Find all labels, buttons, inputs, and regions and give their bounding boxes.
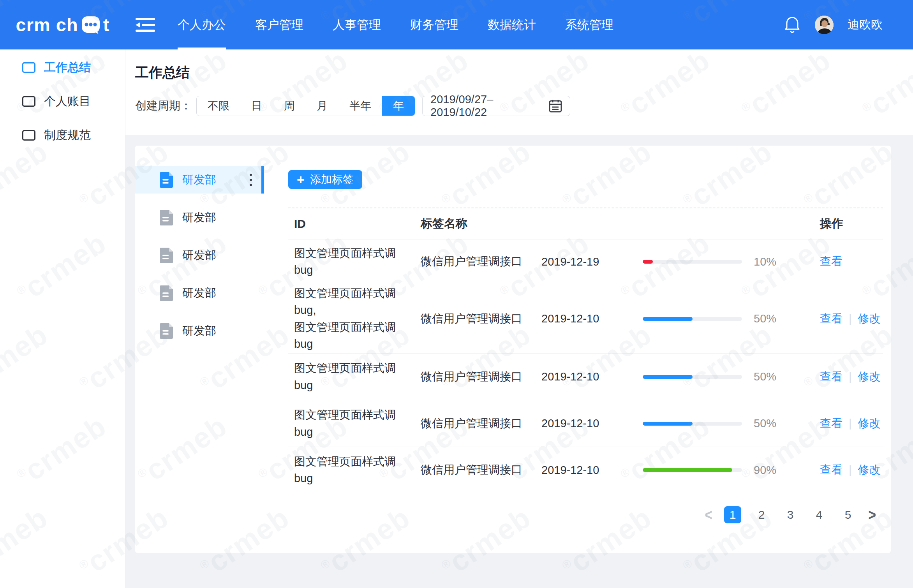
sidebar-item-icon: [22, 96, 35, 107]
department-item[interactable]: 研发部: [135, 166, 264, 194]
row-id: 图文管理页面样式调bug: [288, 245, 413, 279]
row-id: 图文管理页面样式调bug, 图文管理页面样式调bug: [288, 285, 413, 353]
nav-item[interactable]: 人事管理: [333, 0, 381, 49]
period-option[interactable]: 日: [240, 96, 273, 116]
row-date: 2019-12-10: [530, 312, 629, 325]
row-actions: 查看|修改: [779, 369, 883, 385]
prev-page-icon[interactable]: <: [705, 506, 712, 524]
document-icon: [160, 248, 173, 263]
table-body: 图文管理页面样式调bug微信用户管理调接口2019-12-1910%查看图文管理…: [288, 239, 883, 493]
period-segmented-control: 不限日周月半年年: [196, 96, 415, 116]
department-item[interactable]: 研发部: [135, 317, 264, 345]
row-actions: 查看: [779, 254, 883, 269]
department-item[interactable]: 研发部: [135, 204, 264, 231]
next-page-icon[interactable]: >: [868, 506, 876, 524]
department-item[interactable]: 研发部: [135, 280, 264, 307]
row-progress: [629, 317, 742, 321]
filter-label: 创建周期：: [135, 98, 192, 114]
sidebar-item-icon: [22, 62, 35, 73]
nav-item[interactable]: 财务管理: [410, 0, 458, 49]
page-number[interactable]: 2: [753, 506, 770, 523]
main-area: 工作总结 创建周期： 不限日周月半年年 2019/09/27–2019/10/2…: [125, 49, 913, 588]
row-progress: [629, 260, 742, 264]
action-link[interactable]: 修改: [858, 416, 881, 431]
nav-item[interactable]: 数据统计: [488, 0, 536, 49]
date-range-picker[interactable]: 2019/09/27–2019/10/22: [422, 96, 570, 116]
user-avatar[interactable]: [815, 16, 834, 34]
add-tag-label: 添加标签: [310, 172, 354, 187]
period-option[interactable]: 半年: [338, 96, 382, 116]
document-icon: [160, 210, 173, 225]
pagination: <12345>: [288, 506, 883, 523]
period-option[interactable]: 月: [306, 96, 338, 116]
sidebar-item[interactable]: 工作总结: [0, 56, 125, 79]
row-tag-name: 微信用户管理调接口: [413, 311, 530, 327]
table-row: 图文管理页面样式调bug微信用户管理调接口2019-12-1050%查看|修改: [288, 354, 883, 400]
page-number[interactable]: 4: [811, 506, 828, 523]
action-link[interactable]: 修改: [858, 462, 881, 478]
department-label: 研发部: [182, 210, 216, 225]
column-header-id: ID: [288, 217, 413, 231]
username[interactable]: 迪欧欧: [848, 17, 883, 33]
action-link[interactable]: 修改: [858, 311, 881, 327]
action-link[interactable]: 查看: [820, 416, 842, 431]
sidebar-item[interactable]: 个人账目: [0, 90, 125, 113]
period-option[interactable]: 周: [273, 96, 306, 116]
action-link[interactable]: 查看: [820, 462, 842, 478]
action-divider: |: [849, 417, 852, 430]
department-label: 研发部: [182, 285, 216, 301]
tags-table-area: + 添加标签 ID 标签名称 操作 图文管理页面样式调bug微信用户管理调接口2…: [264, 146, 891, 553]
progress-fill: [643, 375, 693, 379]
left-sidebar: 工作总结个人账目制度规范: [0, 49, 125, 588]
column-header-actions: 操作: [779, 216, 883, 232]
logo-text-left: crm ch: [16, 16, 78, 34]
department-label: 研发部: [182, 323, 216, 339]
department-list: 研发部研发部研发部研发部研发部: [135, 146, 264, 553]
sidebar-collapse-icon[interactable]: [135, 16, 156, 33]
progress-fill: [643, 260, 653, 264]
action-link[interactable]: 查看: [820, 369, 842, 385]
action-link[interactable]: 查看: [820, 311, 842, 327]
sidebar-item-label: 制度规范: [44, 127, 91, 143]
row-tag-name: 微信用户管理调接口: [413, 369, 530, 385]
document-icon: [160, 285, 173, 301]
period-option[interactable]: 不限: [197, 96, 240, 116]
row-id: 图文管理页面样式调bug: [288, 407, 413, 440]
table-row: 图文管理页面样式调bug微信用户管理调接口2019-12-1910%查看: [288, 239, 883, 284]
document-icon: [160, 172, 173, 188]
row-actions: 查看|修改: [779, 462, 883, 478]
action-link[interactable]: 修改: [858, 369, 881, 385]
row-tag-name: 微信用户管理调接口: [413, 462, 530, 478]
row-actions: 查看|修改: [779, 311, 883, 327]
page-number[interactable]: 3: [782, 506, 799, 523]
page-number[interactable]: 1: [724, 506, 741, 523]
action-link[interactable]: 查看: [820, 254, 842, 269]
row-percent-label: 50%: [742, 370, 779, 383]
department-item[interactable]: 研发部: [135, 242, 264, 269]
table-row: 图文管理页面样式调bug微信用户管理调接口2019-12-1050%查看|修改: [288, 400, 883, 447]
table-header-row: ID 标签名称 操作: [288, 208, 883, 239]
date-range-value: 2019/09/27–2019/10/22: [430, 93, 549, 119]
progress-track: [643, 468, 742, 472]
row-date: 2019-12-10: [530, 370, 629, 383]
row-percent-label: 50%: [742, 417, 779, 430]
nav-item[interactable]: 客户管理: [255, 0, 303, 49]
chat-bubble-icon: [81, 15, 101, 35]
add-tag-button[interactable]: + 添加标签: [288, 170, 362, 189]
nav-item[interactable]: 系统管理: [565, 0, 613, 49]
more-options-icon[interactable]: [248, 172, 254, 188]
action-divider: |: [849, 370, 852, 383]
plus-icon: +: [297, 173, 305, 186]
period-option[interactable]: 年: [382, 96, 415, 116]
notification-bell-icon[interactable]: [784, 16, 801, 34]
logo-text-right: t: [103, 16, 110, 34]
department-label: 研发部: [182, 172, 216, 188]
action-divider: |: [849, 464, 852, 477]
row-date: 2019-12-10: [530, 417, 629, 430]
row-percent-label: 90%: [742, 464, 779, 477]
progress-track: [643, 317, 742, 321]
nav-item[interactable]: 个人办公: [178, 0, 226, 49]
page-number[interactable]: 5: [839, 506, 857, 523]
sidebar-item[interactable]: 制度规范: [0, 123, 125, 147]
page-header-section: 工作总结 创建周期： 不限日周月半年年 2019/09/27–2019/10/2…: [125, 49, 913, 135]
